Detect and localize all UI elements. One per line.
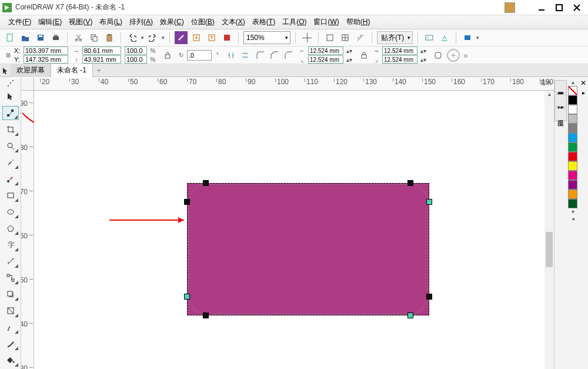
ruler-vertical[interactable]: 190180170160150140130 — [21, 91, 34, 369]
corner-handle-0[interactable] — [203, 180, 209, 186]
menu-11[interactable]: 帮助(H) — [343, 16, 374, 28]
swatch-10[interactable] — [568, 180, 577, 190]
tool-fill[interactable] — [2, 353, 19, 367]
menu-10[interactable]: 窗口(W) — [310, 16, 342, 28]
print-button[interactable] — [49, 31, 62, 44]
swatch-0[interactable] — [568, 86, 577, 95]
undo-dd-icon[interactable]: ▾ — [141, 35, 144, 41]
tool-rectangle[interactable] — [2, 188, 19, 202]
rotation-input[interactable] — [187, 50, 212, 61]
scale-x-input[interactable] — [125, 46, 147, 55]
palette-down-button[interactable]: ▾ — [568, 208, 577, 215]
menu-2[interactable]: 视图(V) — [65, 16, 96, 28]
import-button[interactable] — [190, 31, 203, 44]
options-button[interactable] — [423, 31, 436, 44]
user-avatar[interactable] — [505, 2, 515, 13]
publish-pdf-button[interactable] — [220, 31, 233, 44]
tool-parallel[interactable] — [2, 254, 19, 268]
menu-5[interactable]: 效果(C) — [156, 16, 188, 28]
search-content-button[interactable] — [175, 31, 188, 44]
mirror-h-button[interactable] — [225, 49, 238, 62]
minimize-button[interactable] — [533, 1, 550, 14]
app-mgr-button[interactable] — [461, 31, 474, 44]
ruler-horizontal[interactable]: 毫米 2030405060708090100110120130140150160… — [34, 78, 554, 91]
dock-tab-0[interactable]: 对象属性 — [554, 80, 567, 93]
app-mgr-dd-icon[interactable]: ▾ — [476, 35, 479, 41]
tool-outline[interactable] — [2, 337, 19, 351]
corner-tr-input[interactable] — [382, 46, 417, 55]
tool-ellipse[interactable] — [2, 205, 19, 219]
dock-tab-1[interactable]: 辅助线 — [554, 94, 567, 107]
tab-document[interactable]: 未命名 -1 — [51, 64, 93, 77]
add-tab-button[interactable]: + — [93, 65, 105, 77]
chamfer-corner-button[interactable] — [282, 49, 295, 62]
swatch-5[interactable] — [568, 133, 577, 142]
tool-artistic[interactable] — [2, 172, 19, 186]
maximize-button[interactable] — [550, 1, 568, 14]
scroll-up-button[interactable]: ▴ — [544, 91, 554, 100]
swatch-12[interactable] — [568, 199, 577, 208]
ruler-corner[interactable] — [21, 78, 34, 91]
fullscreen-button[interactable] — [300, 31, 313, 44]
tool-crop[interactable] — [2, 122, 19, 137]
corner-tl-input[interactable] — [308, 46, 343, 55]
tool-eyedropper[interactable] — [2, 320, 19, 334]
round-corner-button[interactable] — [254, 49, 267, 62]
tool-polygon[interactable] — [2, 221, 19, 235]
new-button[interactable] — [4, 31, 16, 44]
relative-corner-button[interactable] — [432, 49, 445, 62]
pick-tool-docked-icon[interactable] — [0, 64, 11, 77]
export-button[interactable] — [205, 31, 218, 44]
corner-handle-1[interactable] — [407, 180, 413, 186]
scrollbar-vertical[interactable]: ▴ — [544, 91, 554, 369]
corner-handle-2[interactable] — [184, 199, 190, 205]
open-button[interactable] — [19, 31, 32, 44]
menu-8[interactable]: 表格(T) — [249, 16, 279, 28]
save-button[interactable] — [34, 31, 47, 44]
tool-pick[interactable] — [2, 89, 19, 104]
copy-button[interactable] — [88, 31, 101, 44]
corner-handle-7[interactable] — [407, 313, 413, 318]
snap-guides-button[interactable] — [354, 31, 367, 44]
palette-up-button[interactable]: ▴ — [568, 79, 577, 86]
swatch-8[interactable] — [568, 161, 577, 171]
menu-9[interactable]: 工具(O) — [279, 16, 310, 28]
palette-flyout-button[interactable]: ◂ — [568, 215, 577, 222]
corner-handle-3[interactable] — [426, 199, 432, 205]
tool-shadow[interactable] — [2, 287, 19, 301]
swatch-9[interactable] — [568, 171, 577, 180]
swatch-6[interactable] — [568, 142, 577, 152]
tool-connector[interactable] — [2, 271, 19, 285]
corner-handle-4[interactable] — [184, 294, 190, 300]
lock-corners-button[interactable] — [358, 49, 370, 62]
tool-shape[interactable] — [2, 106, 19, 120]
paste-button[interactable] — [103, 31, 116, 44]
snap-grid-button[interactable] — [339, 31, 352, 44]
overflow-button[interactable]: » — [461, 51, 470, 60]
x-input[interactable] — [24, 46, 68, 55]
menu-0[interactable]: 文件(F) — [5, 16, 35, 28]
swatch-4[interactable] — [568, 124, 577, 133]
corner-br-input[interactable] — [382, 55, 417, 64]
close-button[interactable] — [568, 1, 586, 14]
close-docker-icon[interactable]: ✕ — [580, 79, 586, 87]
zoom-select[interactable]: 150% — [243, 31, 290, 44]
menu-3[interactable]: 布局(L) — [96, 16, 126, 28]
redo-button[interactable] — [146, 31, 159, 44]
menu-6[interactable]: 位图(B) — [188, 16, 218, 28]
dock-tab-2[interactable]: 提示 — [554, 108, 567, 121]
redo-dd-icon[interactable]: ▾ — [162, 35, 165, 41]
tool-transparency[interactable] — [2, 304, 19, 318]
height-input[interactable] — [82, 55, 121, 64]
lock-ratio-button[interactable] — [161, 49, 174, 62]
swatch-1[interactable] — [568, 95, 577, 105]
scallop-corner-button[interactable] — [268, 49, 281, 62]
menu-1[interactable]: 编辑(E) — [35, 16, 65, 28]
tool-zoom[interactable] — [2, 139, 19, 153]
tool-collapse-icon[interactable]: ⋰ — [2, 79, 19, 87]
menu-7[interactable]: 文本(X) — [218, 16, 249, 28]
y-input[interactable] — [24, 55, 68, 64]
tool-freehand[interactable] — [2, 155, 19, 169]
swatch-7[interactable] — [568, 152, 577, 161]
canvas[interactable] — [34, 91, 554, 369]
